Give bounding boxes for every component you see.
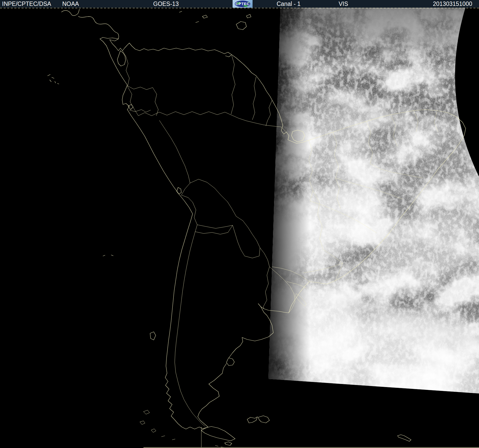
cptec-logo-globe: CPTEC [233,0,253,8]
satellite-name-label: GOES-13 [153,1,179,7]
satellite-image-viewport: INPE/CPTEC/DSA NOAA GOES-13 CPTEC Canal … [0,0,479,448]
header-bar: INPE/CPTEC/DSA NOAA GOES-13 CPTEC Canal … [0,0,479,8]
agency-label: NOAA [62,1,79,7]
institution-label: INPE/CPTEC/DSA [2,1,51,7]
band-label: VIS [339,1,348,7]
cptec-logo-text: CPTEC [235,2,250,6]
cptec-logo: CPTEC [233,0,253,8]
timestamp-label: 201303151000 [433,1,472,7]
channel-label: Canal - 1 [277,1,300,7]
satellite-map-scene [0,0,479,448]
